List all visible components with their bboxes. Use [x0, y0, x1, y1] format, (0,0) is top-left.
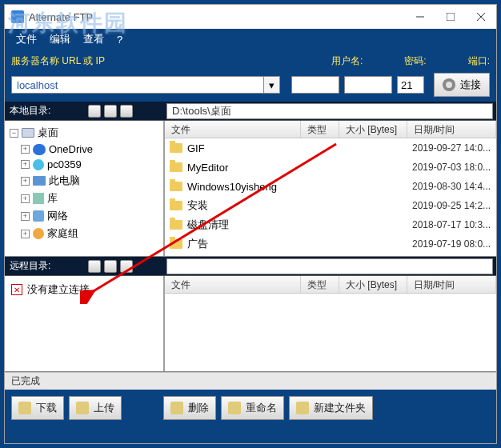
- tree-root[interactable]: − 桌面: [8, 124, 160, 142]
- network-icon: [33, 210, 44, 222]
- list-item[interactable]: Windows10yisheng2019-08-30 14:4...: [165, 177, 496, 196]
- tree-label: 家庭组: [47, 226, 78, 241]
- file-name: MyEditor: [187, 162, 228, 174]
- error-text: 没有建立连接: [27, 282, 90, 297]
- upload-button[interactable]: 上传: [69, 396, 122, 420]
- connect-label: 连接: [460, 78, 481, 92]
- tree-item-user[interactable]: +pc0359: [8, 157, 160, 172]
- btn-label: 新建文件夹: [314, 401, 366, 415]
- expand-icon[interactable]: +: [21, 230, 30, 238]
- folder-icon: [170, 239, 182, 249]
- newfolder-button[interactable]: 新建文件夹: [289, 396, 373, 420]
- tree-label: 此电脑: [49, 174, 80, 188]
- rename-button[interactable]: 重命名: [221, 396, 284, 420]
- remote-headers: 文件 类型 大小 [Bytes] 日期/时间: [165, 276, 496, 294]
- up-icon[interactable]: [104, 260, 117, 273]
- pass-input[interactable]: [344, 76, 392, 94]
- list-item[interactable]: MyEditor2019-07-03 18:0...: [165, 158, 496, 177]
- file-name: Windows10yisheng: [187, 181, 277, 193]
- local-panes: − 桌面 +OneDrive +pc0359 +此电脑 +库 +网络 +家庭组 …: [5, 121, 496, 257]
- expand-icon[interactable]: +: [21, 212, 30, 221]
- minimize-button[interactable]: [405, 6, 435, 28]
- server-input[interactable]: [11, 76, 264, 94]
- tree-item-onedrive[interactable]: +OneDrive: [8, 142, 160, 157]
- hd-date[interactable]: 日期/时间: [407, 121, 496, 138]
- user-label: 用户名:: [331, 54, 363, 68]
- btn-label: 删除: [188, 401, 209, 415]
- hd-file[interactable]: 文件: [165, 276, 301, 293]
- close-button[interactable]: [466, 6, 496, 28]
- newfolder-icon: [296, 402, 309, 414]
- hd-size[interactable]: 大小 [Bytes]: [339, 121, 407, 138]
- expand-icon[interactable]: +: [21, 194, 30, 203]
- folder-icon: [170, 201, 182, 210]
- menubar: 文件 编辑 查看 ?: [5, 29, 496, 50]
- hd-file[interactable]: 文件: [165, 121, 301, 138]
- expand-icon[interactable]: +: [21, 177, 30, 186]
- chevron-down-icon[interactable]: ▾: [264, 76, 280, 94]
- port-input[interactable]: [397, 76, 424, 94]
- action-bar: 下载 上传 删除 重命名 新建文件夹: [5, 390, 496, 443]
- list-item[interactable]: GIF2019-09-27 14:0...: [165, 138, 496, 158]
- file-date: 2019-08-30 14:4...: [407, 181, 496, 192]
- home-icon[interactable]: [88, 105, 101, 118]
- file-name: 磁盘清理: [187, 218, 229, 232]
- list-item[interactable]: 安装2019-09-25 14:2...: [165, 196, 496, 215]
- titlebar: Alternate FTP: [5, 5, 496, 29]
- server-dropdown[interactable]: ▾: [11, 76, 280, 94]
- remote-list[interactable]: 文件 类型 大小 [Bytes] 日期/时间: [165, 276, 496, 371]
- collapse-icon[interactable]: −: [10, 129, 18, 138]
- up-icon[interactable]: [104, 105, 117, 118]
- local-dir-row: 本地目录:: [5, 102, 496, 121]
- file-name: 安装: [187, 198, 208, 213]
- tree-item-thispc[interactable]: +此电脑: [8, 172, 160, 190]
- menu-file[interactable]: 文件: [11, 30, 42, 48]
- list-item[interactable]: 磁盘清理2018-07-17 10:3...: [165, 215, 496, 234]
- expand-icon[interactable]: +: [21, 145, 30, 154]
- remote-path-input[interactable]: [166, 258, 493, 274]
- download-button[interactable]: 下载: [11, 396, 64, 420]
- tree-label: 库: [47, 191, 58, 206]
- download-icon: [18, 402, 31, 414]
- tree-item-network[interactable]: +网络: [8, 207, 160, 225]
- local-list[interactable]: 文件 类型 大小 [Bytes] 日期/时间 GIF2019-09-27 14:…: [165, 121, 496, 256]
- remote-tree[interactable]: ✕ 没有建立连接: [5, 276, 165, 371]
- menu-edit[interactable]: 编辑: [45, 30, 75, 48]
- app-window: Alternate FTP 文件 编辑 查看 ? 服务器名称 URL 或 IP …: [4, 4, 497, 444]
- file-date: 2019-07-19 08:0...: [407, 238, 496, 250]
- remote-error: ✕ 没有建立连接: [11, 282, 157, 297]
- homegroup-icon: [33, 228, 44, 239]
- refresh-icon[interactable]: [120, 105, 133, 118]
- expand-icon[interactable]: +: [21, 160, 30, 169]
- desktop-icon: [22, 128, 34, 138]
- tree-label: pc0359: [47, 158, 82, 170]
- connect-button[interactable]: 连接: [434, 73, 490, 97]
- btn-label: 重命名: [246, 401, 277, 415]
- local-path-input[interactable]: [166, 103, 493, 119]
- gear-icon: [443, 78, 455, 91]
- hd-type[interactable]: 类型: [301, 121, 339, 138]
- list-item[interactable]: 广告2019-07-19 08:0...: [165, 234, 496, 254]
- hd-date[interactable]: 日期/时间: [407, 276, 496, 293]
- tree-item-library[interactable]: +库: [8, 190, 160, 207]
- library-icon: [33, 193, 44, 204]
- hd-type[interactable]: 类型: [301, 276, 339, 293]
- server-label: 服务器名称 URL 或 IP: [11, 54, 105, 68]
- local-tree[interactable]: − 桌面 +OneDrive +pc0359 +此电脑 +库 +网络 +家庭组: [5, 121, 165, 256]
- tree-item-homegroup[interactable]: +家庭组: [8, 225, 160, 242]
- folder-icon: [170, 162, 182, 172]
- home-icon[interactable]: [88, 260, 101, 273]
- hd-size[interactable]: 大小 [Bytes]: [339, 276, 407, 293]
- local-dir-label: 本地目录:: [5, 104, 54, 118]
- delete-button[interactable]: 删除: [163, 396, 216, 420]
- file-name: 广告: [187, 237, 208, 251]
- remote-panes: ✕ 没有建立连接 文件 类型 大小 [Bytes] 日期/时间: [5, 276, 496, 372]
- folder-icon: [170, 182, 182, 191]
- menu-help[interactable]: ?: [112, 32, 127, 47]
- refresh-icon[interactable]: [120, 260, 133, 273]
- user-input[interactable]: [291, 76, 339, 94]
- delete-icon: [170, 402, 183, 414]
- menu-view[interactable]: 查看: [78, 30, 109, 48]
- tree-label: 网络: [47, 209, 68, 223]
- maximize-button[interactable]: [435, 6, 466, 28]
